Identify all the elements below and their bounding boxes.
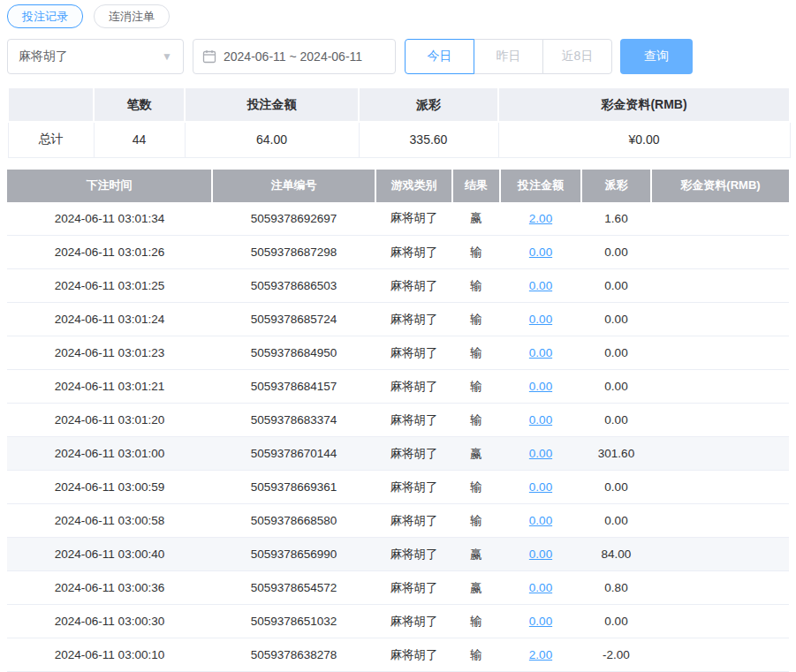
bet-time-cell: 2024-06-11 03:01:26 [7,236,212,269]
order-id-cell: 5059378669361 [212,471,375,504]
betting-records-page: 投注记录 连消注单 麻将胡了 ▼ 2024-06-11 ~ 2024-06-11… [0,0,796,672]
game-select[interactable]: 麻将胡了 ▼ [7,39,184,74]
game-type-cell: 麻将胡了 [375,404,452,437]
game-type-cell: 麻将胡了 [375,471,452,504]
bet-amount-link[interactable]: 0.00 [529,346,552,359]
table-row: 2024-06-11 03:00:405059378656990麻将胡了赢0.0… [7,538,789,571]
table-row: 2024-06-11 03:01:255059378686503麻将胡了输0.0… [7,269,789,303]
order-id-cell: 5059378638278 [212,638,375,672]
order-id-cell: 5059378692697 [212,202,375,236]
bet-time-cell: 2024-06-11 03:01:34 [7,202,212,236]
query-button[interactable]: 查询 [620,39,693,74]
table-row: 2024-06-11 03:01:205059378683374麻将胡了输0.0… [7,404,789,437]
bet-table-body: 2024-06-11 03:01:345059378692697麻将胡了赢2.0… [7,202,789,672]
date-range-picker[interactable]: 2024-06-11 ~ 2024-06-11 [193,39,396,74]
bonus-cell [651,605,789,638]
result-cell: 输 [452,336,500,370]
game-type-cell: 麻将胡了 [375,336,452,370]
bet-amount-link[interactable]: 0.00 [529,581,552,594]
bet-amount-cell: 0.00 [500,538,581,571]
bet-time-cell: 2024-06-11 03:00:59 [7,471,212,504]
table-row: 2024-06-11 03:01:245059378685724麻将胡了输0.0… [7,303,789,336]
bet-amount-link[interactable]: 0.00 [529,514,552,527]
bet-amount-link[interactable]: 0.00 [529,245,552,259]
tab-betting-records[interactable]: 投注记录 [7,4,83,28]
result-cell: 赢 [452,538,500,571]
order-id-cell: 5059378685724 [212,303,375,336]
bet-amount-cell: 0.00 [500,437,581,471]
chevron-down-icon: ▼ [162,50,172,63]
game-select-value: 麻将胡了 [19,49,68,64]
payout-cell: 301.60 [581,437,651,471]
bet-time-cell: 2024-06-11 03:01:23 [7,336,212,370]
table-row: 2024-06-11 03:01:235059378684950麻将胡了输0.0… [7,336,789,370]
payout-cell: 0.00 [581,236,651,269]
bet-amount-link[interactable]: 2.00 [529,648,552,661]
bet-amount-cell: 0.00 [500,471,581,504]
summary-header-cell [8,87,94,122]
bonus-cell [651,269,789,303]
bet-amount-cell: 0.00 [500,404,581,437]
tabs-row: 投注记录 连消注单 [7,4,789,28]
bet-amount-cell: 2.00 [500,638,581,672]
bet-amount-link[interactable]: 0.00 [529,547,552,561]
tab-cancelled-orders[interactable]: 连消注单 [94,4,170,28]
summary-header-cell: 彩金资料(RMB) [498,87,790,122]
summary-header-cell: 投注金额 [185,87,359,122]
summary-count: 44 [94,122,185,157]
bet-amount-link[interactable]: 0.00 [529,380,552,393]
order-id-cell: 5059378686503 [212,269,375,303]
game-type-cell: 麻将胡了 [375,303,452,336]
bet-time-cell: 2024-06-11 03:00:36 [7,571,212,605]
game-type-cell: 麻将胡了 [375,437,452,471]
bonus-cell [651,303,789,336]
last-8-days-button[interactable]: 近8日 [542,39,612,74]
summary-header-cell: 笔数 [94,87,185,122]
today-button[interactable]: 今日 [405,39,474,74]
bet-amount-link[interactable]: 0.00 [529,313,552,326]
game-type-cell: 麻将胡了 [375,638,452,672]
payout-cell: 0.00 [581,471,651,504]
bonus-cell [651,236,789,269]
payout-cell: 0.00 [581,269,651,303]
order-id-cell: 5059378654572 [212,571,375,605]
payout-cell: 0.00 [581,404,651,437]
quick-range-button-group: 今日 昨日 近8日 [405,39,612,74]
order-id-cell: 5059378668580 [212,504,375,538]
game-type-cell: 麻将胡了 [375,370,452,404]
result-cell: 输 [452,471,500,504]
bet-amount-link[interactable]: 0.00 [529,480,552,494]
bet-time-cell: 2024-06-11 03:01:24 [7,303,212,336]
yesterday-button[interactable]: 昨日 [474,39,543,74]
game-type-cell: 麻将胡了 [375,605,452,638]
table-row: 2024-06-11 03:00:365059378654572麻将胡了赢0.0… [7,571,789,605]
filter-row: 麻将胡了 ▼ 2024-06-11 ~ 2024-06-11 今日 昨日 近8日… [7,39,789,74]
bet-amount-link[interactable]: 0.00 [529,413,552,427]
bet-amount-link[interactable]: 0.00 [529,447,552,460]
game-type-cell: 麻将胡了 [375,269,452,303]
result-cell: 输 [452,504,500,538]
bet-amount-cell: 0.00 [500,236,581,269]
order-id-cell: 5059378651032 [212,605,375,638]
summary-table: 笔数投注金额派彩彩金资料(RMB) 总计 44 64.00 335.60 ¥0.… [7,87,791,158]
table-row: 2024-06-11 03:01:005059378670144麻将胡了赢0.0… [7,437,789,471]
summary-payout: 335.60 [359,122,498,157]
payout-cell: 1.60 [581,202,651,236]
bet-amount-cell: 0.00 [500,336,581,370]
bet-amount-link[interactable]: 0.00 [529,279,552,292]
bet-amount-link[interactable]: 0.00 [529,615,552,628]
bonus-cell [651,370,789,404]
payout-cell: 0.00 [581,504,651,538]
game-type-cell: 麻将胡了 [375,504,452,538]
order-id-cell: 5059378684950 [212,336,375,370]
result-cell: 输 [452,638,500,672]
summary-bet-amount: 64.00 [185,122,359,157]
table-row: 2024-06-11 03:00:305059378651032麻将胡了输0.0… [7,605,789,638]
bet-amount-cell: 0.00 [500,571,581,605]
game-type-cell: 麻将胡了 [375,202,452,236]
result-cell: 赢 [452,437,500,471]
summary-header-row: 笔数投注金额派彩彩金资料(RMB) [8,87,790,122]
bet-amount-link[interactable]: 2.00 [529,212,552,225]
bonus-cell [651,504,789,538]
summary-bonus: ¥0.00 [498,122,790,157]
